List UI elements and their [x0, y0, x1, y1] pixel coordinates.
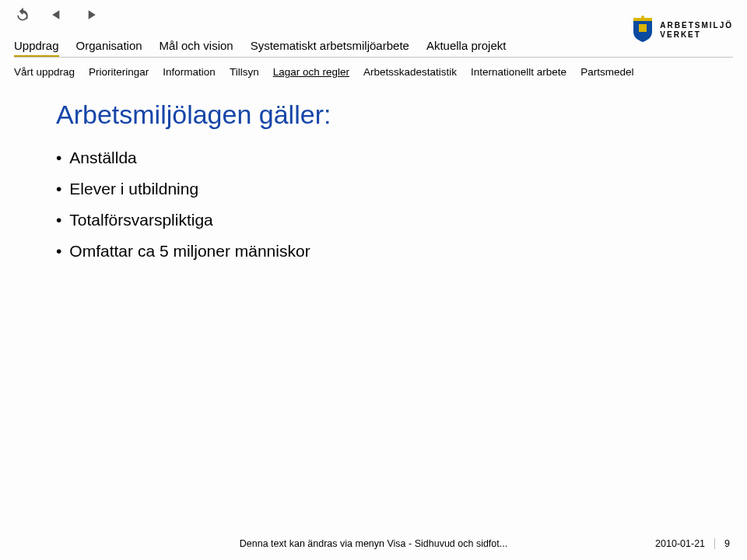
prev-icon[interactable]	[48, 6, 65, 23]
list-item: Elever i utbildning	[56, 173, 700, 205]
footer-separator	[714, 538, 715, 549]
nav2-item-partsmedel[interactable]: Partsmedel	[580, 66, 633, 78]
list-item: Totalförsvarspliktiga	[56, 205, 700, 236]
nav1-item-uppdrag[interactable]: Uppdrag	[14, 39, 59, 57]
nav2-item-tillsyn[interactable]: Tillsyn	[230, 66, 259, 78]
page-title: Arbetsmiljölagen gäller:	[56, 100, 700, 130]
secondary-nav: Vårt uppdrag Prioriteringar Information …	[14, 66, 733, 78]
primary-nav: Uppdrag Organisation Mål och vision Syst…	[14, 39, 733, 58]
nav1-item-sam[interactable]: Systematiskt arbetsmiljöarbete	[251, 39, 409, 52]
toolbar	[14, 6, 100, 23]
svg-point-0	[641, 16, 644, 19]
logo-line1: ARBETSMILJÖ	[660, 21, 733, 31]
content: Arbetsmiljölagen gäller: Anställda Eleve…	[56, 100, 700, 267]
nav1-item-projekt[interactable]: Aktuella projekt	[426, 39, 507, 52]
list-item: Omfattar ca 5 miljoner människor	[56, 236, 700, 267]
nav2-item-vart-uppdrag[interactable]: Vårt uppdrag	[14, 66, 75, 78]
footer-date: 2010-01-21	[655, 538, 705, 549]
bullet-list: Anställda Elever i utbildning Totalförsv…	[56, 142, 700, 267]
undo-icon[interactable]	[14, 6, 31, 23]
nav2-item-internationellt[interactable]: Internationellt arbete	[471, 66, 566, 78]
nav1-item-organisation[interactable]: Organisation	[76, 39, 142, 52]
footer-page: 9	[724, 538, 730, 549]
nav2-item-information[interactable]: Information	[163, 66, 216, 78]
next-icon[interactable]	[82, 6, 100, 23]
nav2-item-statistik[interactable]: Arbetsskadestatistik	[363, 66, 457, 78]
list-item: Anställda	[56, 142, 700, 173]
nav2-item-lagar[interactable]: Lagar och regler	[273, 66, 349, 78]
footer-note: Denna text kan ändras via menyn Visa - S…	[240, 538, 507, 549]
footer: Denna text kan ändras via menyn Visa - S…	[0, 538, 747, 549]
nav2-item-prioriteringar[interactable]: Prioriteringar	[89, 66, 149, 78]
nav1-item-mal[interactable]: Mål och vision	[160, 39, 233, 52]
